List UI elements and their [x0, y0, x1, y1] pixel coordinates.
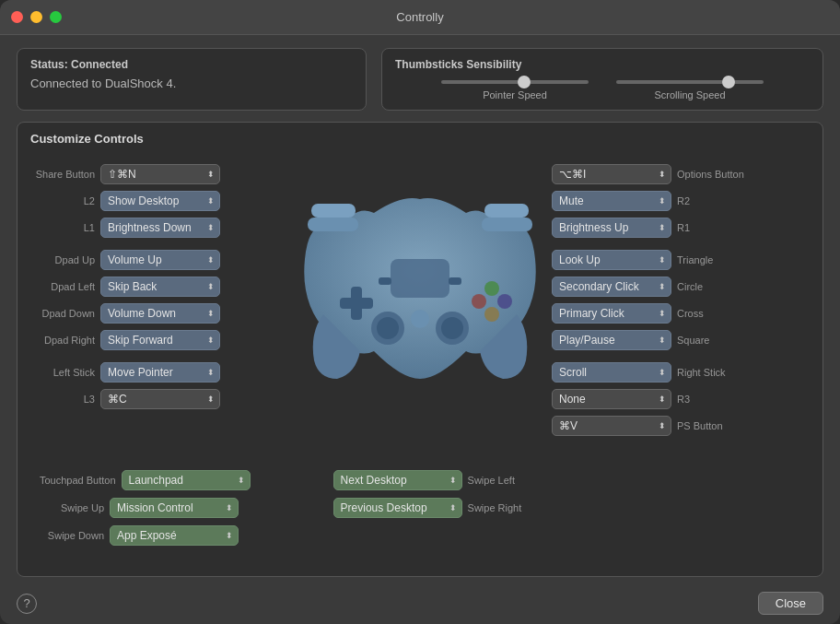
control-label: L3 — [30, 394, 95, 405]
right-stick-dropdown[interactable]: Scroll — [552, 362, 671, 383]
swipe-down-dropdown[interactable]: App Exposé — [110, 525, 239, 546]
control-label: PS Button — [677, 420, 741, 431]
dpad-left-dropdown[interactable]: Skip Back — [100, 277, 220, 297]
scrolling-speed-group: Scrolling Speed — [616, 80, 764, 100]
svg-point-10 — [484, 307, 499, 322]
maximize-traffic-light[interactable] — [50, 11, 62, 23]
control-label: Options Button — [677, 169, 744, 180]
control-label: Left Stick — [30, 367, 95, 378]
section-title: Customize Controls — [30, 132, 810, 146]
square-dropdown[interactable]: Play/Pause — [552, 330, 671, 350]
control-label: Swipe Down — [40, 530, 104, 541]
controller-illustration — [282, 158, 558, 453]
r2-dropdown[interactable]: Mute — [552, 191, 671, 211]
control-label: Circle — [677, 281, 741, 292]
control-label: Cross — [677, 308, 741, 319]
control-row: Mute R2 — [552, 189, 810, 213]
r3-dropdown[interactable]: None — [552, 389, 671, 409]
control-label: L2 — [30, 195, 95, 206]
control-label: R3 — [677, 394, 741, 405]
l1-dropdown[interactable]: Brightness Down — [100, 218, 220, 238]
dpad-up-dropdown[interactable]: Volume Up — [100, 250, 220, 270]
close-traffic-light[interactable] — [11, 11, 23, 23]
top-panels: Status: Connected Connected to DualShock… — [17, 48, 823, 111]
help-button[interactable]: ? — [17, 594, 37, 614]
control-row: Primary Click Cross — [552, 301, 810, 325]
svg-rect-1 — [311, 204, 356, 218]
control-row: Dpad Down Volume Down — [30, 301, 316, 325]
footer: ? Close — [0, 586, 840, 624]
control-label: Swipe Left — [468, 475, 532, 486]
l2-dropdown[interactable]: Show Desktop — [100, 191, 220, 211]
control-row: L2 Show Desktop — [30, 189, 316, 213]
left-controls: Share Button ⇧⌘N L2 Show Desktop L1 Brig… — [30, 153, 316, 466]
scrolling-speed-thumb[interactable] — [722, 76, 735, 88]
pointer-speed-thumb[interactable] — [518, 76, 531, 88]
minimize-traffic-light[interactable] — [30, 11, 42, 23]
status-message: Connected to DualShock 4. — [30, 77, 353, 90]
control-row: Brightness Up R1 — [552, 216, 810, 240]
svg-rect-6 — [340, 298, 373, 309]
app-window: Controlly Status: Connected Connected to… — [0, 0, 840, 624]
dpad-right-dropdown[interactable]: Skip Forward — [100, 330, 220, 350]
pointer-speed-label: Pointer Speed — [483, 89, 547, 100]
thumbstick-panel: Thumbsticks Sensibility Pointer Speed Sc… — [381, 48, 823, 111]
control-row: Look Up Triangle — [552, 248, 810, 272]
titlebar: Controlly — [0, 0, 840, 35]
svg-rect-3 — [484, 204, 529, 218]
svg-rect-0 — [308, 218, 358, 231]
triangle-dropdown[interactable]: Look Up — [552, 250, 671, 270]
svg-point-12 — [377, 317, 399, 339]
control-row: Next Desktop Swipe Left — [333, 468, 532, 492]
swipe-right-dropdown[interactable]: Previous Desktop — [333, 498, 462, 518]
control-row: L1 Brightness Down — [30, 216, 316, 240]
control-label: R1 — [677, 222, 741, 233]
swipe-left-dropdown[interactable]: Next Desktop — [333, 470, 462, 490]
control-row: Play/Pause Square — [552, 328, 810, 352]
svg-point-7 — [484, 281, 499, 296]
control-row: ⌘V PS Button — [552, 414, 810, 438]
control-row: Left Stick Move Pointer — [30, 360, 316, 384]
dpad-down-dropdown[interactable]: Volume Down — [100, 303, 220, 324]
control-label: Square — [677, 335, 741, 346]
svg-point-9 — [497, 294, 512, 309]
control-row: None R3 — [552, 387, 810, 411]
control-row: Secondary Click Circle — [552, 275, 810, 299]
status-panel: Status: Connected Connected to DualShock… — [17, 48, 367, 111]
l3-dropdown[interactable]: ⌘C — [100, 389, 220, 409]
bottom-controls: Touchpad Button Launchpad Swipe Up Missi… — [30, 468, 810, 547]
control-label: Dpad Down — [30, 308, 95, 319]
close-button[interactable]: Close — [758, 592, 823, 615]
swipe-up-dropdown[interactable]: Mission Control — [110, 498, 239, 518]
right-controls: ⌥⌘I Options Button Mute R2 Brightness Up… — [552, 153, 810, 466]
scrolling-speed-track[interactable] — [616, 80, 764, 84]
control-row: L3 ⌘C — [30, 387, 316, 411]
cross-dropdown[interactable]: Primary Click — [552, 303, 671, 324]
options-dropdown[interactable]: ⌥⌘I — [552, 164, 671, 184]
touchpad-dropdown[interactable]: Launchpad — [122, 470, 251, 490]
r1-dropdown[interactable]: Brightness Up — [552, 218, 671, 238]
scrolling-speed-label: Scrolling Speed — [654, 89, 725, 100]
control-label: Share Button — [30, 169, 95, 180]
customize-section: Customize Controls Share Button ⇧⌘N L2 S… — [17, 122, 823, 577]
svg-point-15 — [411, 310, 429, 328]
control-label: Swipe Right — [468, 502, 532, 513]
pointer-speed-track[interactable] — [441, 80, 589, 84]
share-button-dropdown[interactable]: ⇧⌘N — [100, 164, 220, 184]
left-stick-dropdown[interactable]: Move Pointer — [100, 362, 220, 383]
control-row: Swipe Down App Exposé — [40, 524, 251, 547]
control-row: ⌥⌘I Options Button — [552, 162, 810, 186]
window-title: Controlly — [396, 10, 443, 24]
control-label: Dpad Up — [30, 254, 95, 265]
bottom-right-controls: Next Desktop Swipe Left Previous Desktop… — [333, 468, 532, 547]
status-title: Status: Connected — [30, 58, 353, 71]
control-row: Share Button ⇧⌘N — [30, 162, 316, 186]
ps-button-dropdown[interactable]: ⌘V — [552, 416, 671, 436]
control-label: Touchpad Button — [40, 475, 116, 486]
control-label: R2 — [677, 195, 741, 206]
control-label: Dpad Left — [30, 281, 95, 292]
control-row: Touchpad Button Launchpad — [40, 468, 251, 492]
circle-dropdown[interactable]: Secondary Click — [552, 277, 671, 297]
control-label: Dpad Right — [30, 335, 95, 346]
pointer-speed-group: Pointer Speed — [441, 80, 589, 100]
